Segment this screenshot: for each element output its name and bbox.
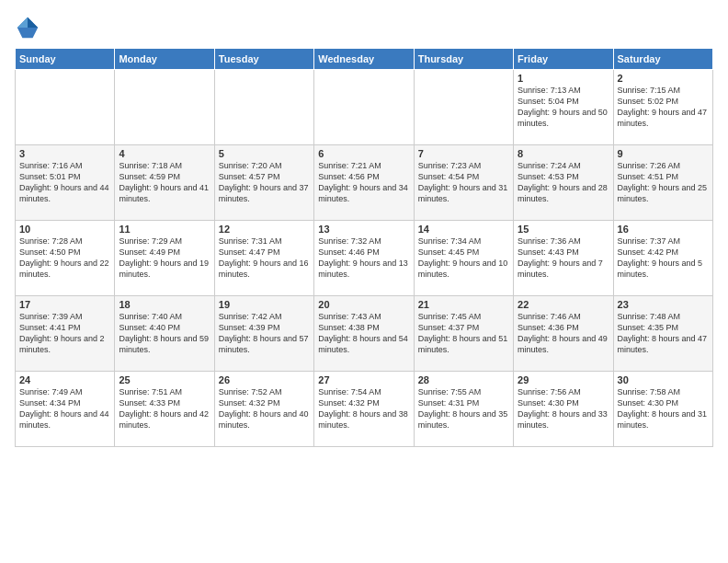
calendar-cell: 22Sunrise: 7:46 AM Sunset: 4:36 PM Dayli… xyxy=(514,296,613,372)
day-info: Sunrise: 7:48 AM Sunset: 4:35 PM Dayligh… xyxy=(618,311,709,356)
day-number: 10 xyxy=(19,224,110,235)
calendar-cell: 19Sunrise: 7:42 AM Sunset: 4:39 PM Dayli… xyxy=(214,296,313,372)
weekday-header-saturday: Saturday xyxy=(613,49,712,70)
calendar-cell: 29Sunrise: 7:56 AM Sunset: 4:30 PM Dayli… xyxy=(514,372,613,447)
day-number: 19 xyxy=(219,299,310,310)
day-info: Sunrise: 7:58 AM Sunset: 4:30 PM Dayligh… xyxy=(618,386,709,431)
day-info: Sunrise: 7:46 AM Sunset: 4:36 PM Dayligh… xyxy=(518,311,609,356)
day-number: 16 xyxy=(618,224,709,235)
weekday-header-monday: Monday xyxy=(115,49,214,70)
calendar-cell: 24Sunrise: 7:49 AM Sunset: 4:34 PM Dayli… xyxy=(16,372,115,447)
day-number: 9 xyxy=(618,148,709,159)
header xyxy=(15,15,713,40)
day-info: Sunrise: 7:51 AM Sunset: 4:33 PM Dayligh… xyxy=(119,386,210,431)
day-number: 4 xyxy=(119,148,210,159)
day-info: Sunrise: 7:29 AM Sunset: 4:49 PM Dayligh… xyxy=(119,236,210,281)
weekday-header-sunday: Sunday xyxy=(16,49,115,70)
day-info: Sunrise: 7:15 AM Sunset: 5:02 PM Dayligh… xyxy=(618,85,709,130)
calendar-cell: 12Sunrise: 7:31 AM Sunset: 4:47 PM Dayli… xyxy=(214,221,313,296)
day-info: Sunrise: 7:21 AM Sunset: 4:56 PM Dayligh… xyxy=(318,160,409,205)
day-number: 24 xyxy=(19,374,110,385)
day-info: Sunrise: 7:45 AM Sunset: 4:37 PM Dayligh… xyxy=(418,311,509,356)
day-info: Sunrise: 7:18 AM Sunset: 4:59 PM Dayligh… xyxy=(119,160,210,205)
day-number: 13 xyxy=(318,224,409,235)
week-row-4: 17Sunrise: 7:39 AM Sunset: 4:41 PM Dayli… xyxy=(16,296,713,372)
calendar-cell: 1Sunrise: 7:13 AM Sunset: 5:04 PM Daylig… xyxy=(514,70,613,145)
weekday-header-wednesday: Wednesday xyxy=(314,49,414,70)
day-info: Sunrise: 7:39 AM Sunset: 4:41 PM Dayligh… xyxy=(19,311,110,356)
day-info: Sunrise: 7:32 AM Sunset: 4:46 PM Dayligh… xyxy=(318,236,409,281)
calendar-cell: 30Sunrise: 7:58 AM Sunset: 4:30 PM Dayli… xyxy=(613,372,712,447)
calendar-cell: 28Sunrise: 7:55 AM Sunset: 4:31 PM Dayli… xyxy=(414,372,513,447)
day-info: Sunrise: 7:36 AM Sunset: 4:43 PM Dayligh… xyxy=(518,236,609,281)
day-info: Sunrise: 7:37 AM Sunset: 4:42 PM Dayligh… xyxy=(618,236,709,281)
day-number: 1 xyxy=(518,73,609,84)
day-number: 15 xyxy=(518,224,609,235)
logo-icon xyxy=(15,15,40,40)
day-number: 22 xyxy=(518,299,609,310)
calendar-cell: 10Sunrise: 7:28 AM Sunset: 4:50 PM Dayli… xyxy=(16,221,115,296)
svg-marker-1 xyxy=(28,17,38,28)
svg-marker-2 xyxy=(17,17,28,28)
calendar-cell: 27Sunrise: 7:54 AM Sunset: 4:32 PM Dayli… xyxy=(314,372,414,447)
day-number: 17 xyxy=(19,299,110,310)
calendar-cell: 20Sunrise: 7:43 AM Sunset: 4:38 PM Dayli… xyxy=(314,296,414,372)
day-info: Sunrise: 7:43 AM Sunset: 4:38 PM Dayligh… xyxy=(318,311,409,356)
day-info: Sunrise: 7:13 AM Sunset: 5:04 PM Dayligh… xyxy=(518,85,609,130)
day-number: 14 xyxy=(418,224,509,235)
calendar-cell: 21Sunrise: 7:45 AM Sunset: 4:37 PM Dayli… xyxy=(414,296,513,372)
calendar-cell: 23Sunrise: 7:48 AM Sunset: 4:35 PM Dayli… xyxy=(613,296,712,372)
calendar-cell: 5Sunrise: 7:20 AM Sunset: 4:57 PM Daylig… xyxy=(214,145,313,221)
day-info: Sunrise: 7:26 AM Sunset: 4:51 PM Dayligh… xyxy=(618,160,709,205)
calendar-cell: 16Sunrise: 7:37 AM Sunset: 4:42 PM Dayli… xyxy=(613,221,712,296)
page: SundayMondayTuesdayWednesdayThursdayFrid… xyxy=(0,0,728,563)
day-info: Sunrise: 7:34 AM Sunset: 4:45 PM Dayligh… xyxy=(418,236,509,281)
day-info: Sunrise: 7:49 AM Sunset: 4:34 PM Dayligh… xyxy=(19,386,110,431)
day-info: Sunrise: 7:55 AM Sunset: 4:31 PM Dayligh… xyxy=(418,386,509,431)
calendar-cell: 2Sunrise: 7:15 AM Sunset: 5:02 PM Daylig… xyxy=(613,70,712,145)
weekday-header-thursday: Thursday xyxy=(414,49,513,70)
day-info: Sunrise: 7:28 AM Sunset: 4:50 PM Dayligh… xyxy=(19,236,110,281)
day-info: Sunrise: 7:56 AM Sunset: 4:30 PM Dayligh… xyxy=(518,386,609,431)
calendar-cell: 13Sunrise: 7:32 AM Sunset: 4:46 PM Dayli… xyxy=(314,221,414,296)
day-number: 8 xyxy=(518,148,609,159)
weekday-header-tuesday: Tuesday xyxy=(214,49,313,70)
week-row-5: 24Sunrise: 7:49 AM Sunset: 4:34 PM Dayli… xyxy=(16,372,713,447)
calendar-cell xyxy=(414,70,513,145)
day-info: Sunrise: 7:31 AM Sunset: 4:47 PM Dayligh… xyxy=(219,236,310,281)
day-number: 27 xyxy=(318,374,409,385)
day-info: Sunrise: 7:20 AM Sunset: 4:57 PM Dayligh… xyxy=(219,160,310,205)
day-info: Sunrise: 7:40 AM Sunset: 4:40 PM Dayligh… xyxy=(119,311,210,356)
day-number: 7 xyxy=(418,148,509,159)
week-row-3: 10Sunrise: 7:28 AM Sunset: 4:50 PM Dayli… xyxy=(16,221,713,296)
day-info: Sunrise: 7:24 AM Sunset: 4:53 PM Dayligh… xyxy=(518,160,609,205)
calendar-cell: 26Sunrise: 7:52 AM Sunset: 4:32 PM Dayli… xyxy=(214,372,313,447)
calendar-cell: 7Sunrise: 7:23 AM Sunset: 4:54 PM Daylig… xyxy=(414,145,513,221)
calendar-cell xyxy=(16,70,115,145)
calendar-cell: 14Sunrise: 7:34 AM Sunset: 4:45 PM Dayli… xyxy=(414,221,513,296)
logo xyxy=(15,15,44,40)
day-number: 18 xyxy=(119,299,210,310)
day-info: Sunrise: 7:42 AM Sunset: 4:39 PM Dayligh… xyxy=(219,311,310,356)
week-row-1: 1Sunrise: 7:13 AM Sunset: 5:04 PM Daylig… xyxy=(16,70,713,145)
week-row-2: 3Sunrise: 7:16 AM Sunset: 5:01 PM Daylig… xyxy=(16,145,713,221)
day-info: Sunrise: 7:52 AM Sunset: 4:32 PM Dayligh… xyxy=(219,386,310,431)
day-info: Sunrise: 7:16 AM Sunset: 5:01 PM Dayligh… xyxy=(19,160,110,205)
calendar-table: SundayMondayTuesdayWednesdayThursdayFrid… xyxy=(15,48,713,447)
calendar-cell: 17Sunrise: 7:39 AM Sunset: 4:41 PM Dayli… xyxy=(16,296,115,372)
calendar-cell: 8Sunrise: 7:24 AM Sunset: 4:53 PM Daylig… xyxy=(514,145,613,221)
day-number: 2 xyxy=(618,73,709,84)
calendar-cell: 15Sunrise: 7:36 AM Sunset: 4:43 PM Dayli… xyxy=(514,221,613,296)
calendar-cell: 3Sunrise: 7:16 AM Sunset: 5:01 PM Daylig… xyxy=(16,145,115,221)
day-info: Sunrise: 7:54 AM Sunset: 4:32 PM Dayligh… xyxy=(318,386,409,431)
calendar-cell xyxy=(214,70,313,145)
calendar-cell: 11Sunrise: 7:29 AM Sunset: 4:49 PM Dayli… xyxy=(115,221,214,296)
day-number: 3 xyxy=(19,148,110,159)
day-number: 21 xyxy=(418,299,509,310)
calendar-cell: 4Sunrise: 7:18 AM Sunset: 4:59 PM Daylig… xyxy=(115,145,214,221)
day-number: 5 xyxy=(219,148,310,159)
day-number: 12 xyxy=(219,224,310,235)
day-number: 30 xyxy=(618,374,709,385)
calendar-cell: 18Sunrise: 7:40 AM Sunset: 4:40 PM Dayli… xyxy=(115,296,214,372)
calendar-cell: 6Sunrise: 7:21 AM Sunset: 4:56 PM Daylig… xyxy=(314,145,414,221)
